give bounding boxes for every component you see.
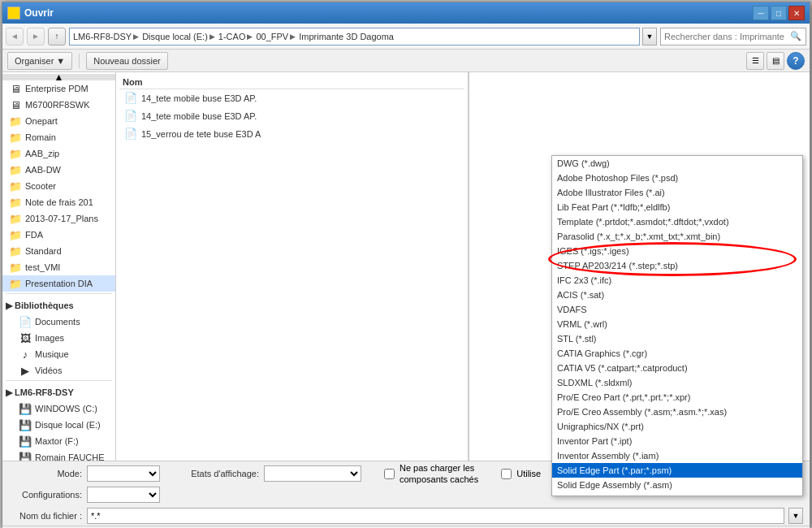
dropdown-item[interactable]: Adobe Illustrator Files (*.ai): [552, 185, 802, 200]
sidebar-item-test-vmi[interactable]: 📁 test_VMI: [2, 259, 115, 275]
dropdown-item[interactable]: Solid Edge Assembly (*.asm): [552, 478, 802, 492]
dropdown-item[interactable]: VRML (*.wrl): [552, 317, 802, 331]
title-controls: ─ □ ✕: [753, 6, 805, 20]
maxtor-f-icon: 💾: [19, 435, 32, 448]
m6700-icon: 🖥: [9, 98, 22, 111]
title-bar-left: Ouvrir: [7, 6, 54, 19]
minimize-button[interactable]: ─: [753, 6, 769, 20]
note-frais-icon: 📁: [9, 196, 22, 209]
standard-icon: 📁: [9, 245, 22, 258]
path-segment-4: 00_FPV ▶: [256, 32, 296, 41]
dropdown-item[interactable]: ACIS (*.sat): [552, 288, 802, 302]
dropdown-item[interactable]: IFC 2x3 (*.ifc): [552, 273, 802, 288]
dropdown-item[interactable]: Template (*.prtdot;*.asmdot;*.dftdot;*,v…: [552, 214, 802, 229]
dropdown-item[interactable]: SLDXML (*.sldxml): [552, 375, 802, 390]
bibliotheques-header[interactable]: ▶ Bibliothèques: [2, 296, 115, 314]
dropdown-item[interactable]: VDAFS: [552, 302, 802, 317]
dropdown-item[interactable]: Inventor Assembly (*.iam): [552, 448, 802, 463]
sidebar-item-standard[interactable]: 📁 Standard: [2, 243, 115, 259]
path-segment-5: Imprimante 3D Dagoma: [299, 32, 394, 41]
path-segment-3: 1-CAO ▶: [218, 32, 253, 41]
sidebar-item-maxtor-f[interactable]: 💾 Maxtor (F:): [2, 433, 115, 449]
sidebar-item-enterprise-pdm[interactable]: 🖥 Enterprise PDM: [2, 80, 115, 97]
computer-expand-icon: ▶: [6, 387, 12, 398]
utiliser-checkbox[interactable]: [501, 469, 512, 479]
sidebar-item-presentation-dia[interactable]: 📁 Presentation DIA: [2, 275, 115, 292]
file-list: Nom 📄 14_tete mobile buse E3D AP. 📄 14_t…: [116, 72, 469, 461]
test-vmi-icon: 📁: [9, 261, 22, 274]
sidebar-item-romain[interactable]: 📁 Romain: [2, 129, 115, 145]
ne-pas-charger-checkbox[interactable]: [384, 469, 395, 479]
dropdown-item[interactable]: Pro/E Creo Assembly (*.asm;*.asm.*;*.xas…: [552, 405, 802, 419]
dropdown-item[interactable]: Unigraphics/NX (*.prt): [552, 419, 802, 434]
dropdown-item[interactable]: Parasolid (*.x_t;*.x_b;*.xmt_txt;*.xmt_b…: [552, 229, 802, 244]
toolbar-separator: [79, 54, 80, 68]
nouveau-dossier-button[interactable]: Nouveau dossier: [86, 52, 168, 70]
dropdown-item[interactable]: Solid Edge Part (*.par;*.psm): [552, 463, 802, 478]
dropdown-item[interactable]: STL (*.stl): [552, 331, 802, 346]
search-input[interactable]: [660, 28, 806, 45]
dropdown-item[interactable]: CATIA Graphics (*.cgr): [552, 346, 802, 361]
sidebar-divider-1: [6, 293, 112, 294]
dropdown-item[interactable]: STEP AP203/214 (*.step;*.stp): [552, 258, 802, 273]
sidebar-item-m6700[interactable]: 🖥 M6700RF8SWK: [2, 97, 115, 113]
sidebar-item-aab-dw[interactable]: 📁 AAB-DW: [2, 162, 115, 178]
configurations-select[interactable]: [87, 487, 160, 503]
dropdown-item[interactable]: IGES (*.igs;*.iges): [552, 244, 802, 258]
sidebar-item-plans-2013[interactable]: 📁 2013-07-17_Plans: [2, 210, 115, 227]
view-list-button[interactable]: ☰: [746, 52, 764, 70]
etats-select[interactable]: [264, 465, 361, 482]
computer-header[interactable]: ▶ LM6-RF8-DSY: [2, 383, 115, 400]
search-wrapper: 🔍: [660, 28, 806, 45]
filename-dropdown[interactable]: ▼: [788, 508, 803, 524]
path-segment-1: LM6-RF8-DSY ▶: [73, 32, 139, 41]
file-item-1-icon: 📄: [124, 92, 137, 105]
title-bar: Ouvrir ─ □ ✕: [2, 2, 810, 24]
sidebar-divider-2: [6, 380, 112, 381]
sidebar-item-musique[interactable]: ♪ Musique: [2, 346, 115, 362]
mode-select[interactable]: [87, 465, 160, 482]
sidebar: ▲ 🖥 Enterprise PDM 🖥 M6700RF8SWK 📁 Onepa…: [2, 72, 116, 461]
dropdown-item[interactable]: Inventor Part (*.ipt): [552, 434, 802, 448]
filename-input[interactable]: [87, 508, 784, 524]
close-button[interactable]: ✕: [788, 6, 805, 20]
sidebar-item-images[interactable]: 🖼 Images: [2, 330, 115, 346]
file-list-header: Nom: [119, 76, 464, 89]
back-button[interactable]: ◄: [6, 28, 24, 45]
file-item-1[interactable]: 📄 14_tete mobile buse E3D AP.: [119, 89, 464, 107]
sidebar-item-videos[interactable]: ▶ Vidéos: [2, 362, 115, 379]
file-item-3-icon: 📄: [124, 128, 137, 141]
aab-dw-icon: 📁: [9, 163, 22, 176]
address-dropdown-button[interactable]: ▼: [642, 28, 657, 45]
sidebar-item-romain-f[interactable]: 💾 Romain FAUCHE: [2, 449, 115, 461]
dropdown-item[interactable]: Pro/E Creo Part (*.prt,*.prt.*;*.xpr): [552, 390, 802, 405]
sidebar-item-documents[interactable]: 📄 Documents: [2, 314, 115, 330]
sidebar-item-fda[interactable]: 📁 FDA: [2, 227, 115, 243]
dropdown-item[interactable]: Adobe Photoshop Files (*.psd): [552, 171, 802, 185]
dropdown-item[interactable]: CATIA V5 (*.catpart;*.catproduct): [552, 361, 802, 375]
address-path[interactable]: LM6-RF8-DSY ▶ Disque local (E:) ▶ 1-CAO …: [69, 28, 640, 45]
view-details-button[interactable]: ▤: [767, 52, 784, 70]
windows-c-icon: 💾: [19, 402, 32, 415]
dropdown-item[interactable]: DWG (*.dwg): [552, 156, 802, 171]
documents-icon: 📄: [19, 315, 32, 328]
path-segment-2: Disque local (E:) ▶: [142, 32, 215, 41]
dropdown-item[interactable]: CADKEY (*.prt;*.cld): [552, 492, 802, 496]
musique-icon: ♪: [19, 348, 32, 361]
file-item-3[interactable]: 📄 15_verrou de tete buse E3D A: [119, 125, 464, 143]
help-button[interactable]: ?: [787, 52, 805, 70]
dropdown-item[interactable]: Lib Feat Part (*.*ldfb;*,eldlfb): [552, 200, 802, 214]
forward-button[interactable]: ►: [27, 28, 45, 45]
sidebar-item-disque-e[interactable]: 💾 Disque local (E:): [2, 417, 115, 433]
organiser-button[interactable]: Organiser ▼: [7, 52, 72, 70]
sidebar-item-note-frais[interactable]: 📁 Note de frais 201: [2, 194, 115, 210]
sidebar-item-aab-zip[interactable]: 📁 AAB_zip: [2, 145, 115, 162]
sidebar-item-onepart[interactable]: 📁 Onepart: [2, 113, 115, 129]
file-item-2[interactable]: 📄 14_tete mobile buse E3D AP.: [119, 107, 464, 125]
sidebar-item-windows-c[interactable]: 💾 WINDOWS (C:): [2, 400, 115, 417]
sidebar-item-scooter[interactable]: 📁 Scooter: [2, 178, 115, 194]
up-button[interactable]: ↑: [48, 28, 66, 45]
disque-e-icon: 💾: [19, 418, 32, 431]
sidebar-scroll-up[interactable]: ▲: [2, 74, 115, 80]
maximize-button[interactable]: □: [771, 6, 787, 20]
